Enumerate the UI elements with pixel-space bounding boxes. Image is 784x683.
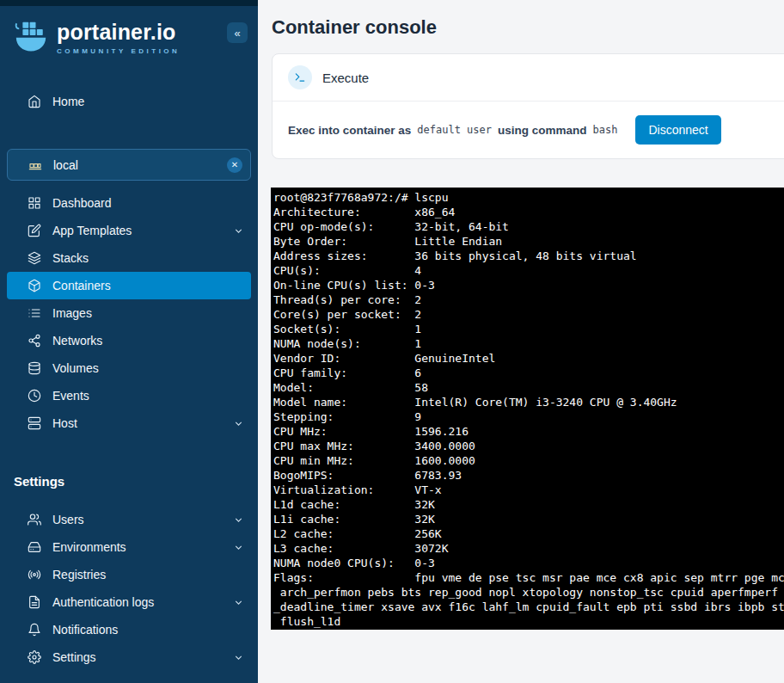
sidebar-item-home[interactable]: Home	[0, 88, 258, 115]
terminal-line: NUMA node(s): 1	[273, 336, 784, 351]
logo-name: portainer.io	[57, 20, 180, 45]
sidebar-item-label: Registries	[52, 568, 106, 581]
sidebar: portainer.io COMMUNITY EDITION « Home lo…	[0, 0, 258, 683]
execute-card-header: Execute	[273, 54, 784, 101]
sidebar-item-label: Dashboard	[52, 196, 112, 210]
settings-icon	[28, 650, 41, 664]
collapse-icon: «	[234, 27, 240, 40]
console-terminal[interactable]: root@823f7768a972:/# lscpu Architecture:…	[271, 188, 784, 630]
terminal-line: Virtualization: VT-x	[273, 483, 784, 497]
sidebar-item-dashboard[interactable]: Dashboard	[0, 189, 258, 217]
terminal-line: Flags: fpu vme de pse tsc msr pae mce cx…	[273, 570, 784, 585]
sidebar-item-containers[interactable]: Containers	[7, 272, 251, 299]
terminal-line: BogoMIPS: 6783.93	[273, 468, 784, 483]
terminal-line: Stepping: 9	[273, 409, 784, 424]
logo-text: portainer.io COMMUNITY EDITION	[57, 20, 180, 55]
sidebar-item-label: Environments	[52, 540, 126, 554]
sidebar-item-networks[interactable]: Networks	[0, 327, 258, 354]
dashboard-icon	[28, 196, 41, 210]
environment-icon	[28, 158, 42, 172]
users-icon	[28, 513, 41, 526]
terminal-line: Socket(s): 1	[273, 322, 784, 336]
sidebar-item-label: Stacks	[52, 251, 89, 265]
sidebar-item-host[interactable]: Host	[0, 409, 258, 437]
sidebar-top-strip	[0, 0, 258, 6]
sidebar-item-label: Events	[52, 389, 89, 403]
sidebar-item-label: Users	[52, 513, 84, 526]
sidebar-item-label: Images	[52, 306, 92, 320]
sidebar-item-authentication-logs[interactable]: Authentication logs	[0, 588, 258, 616]
events-icon	[28, 389, 41, 403]
page-title: Container console	[258, 0, 784, 39]
sidebar-item-settings[interactable]: Settings	[0, 643, 258, 671]
chevron-down-icon	[233, 542, 244, 553]
notifications-icon	[28, 623, 41, 637]
chevron-down-icon	[233, 597, 244, 608]
chevron-down-icon	[233, 418, 244, 429]
exec-user-value: default user	[411, 124, 498, 136]
terminal-line: L3 cache: 3072K	[273, 541, 784, 556]
stacks-icon	[28, 251, 41, 265]
sidebar-item-environments[interactable]: Environments	[0, 533, 258, 561]
terminal-icon	[294, 71, 306, 83]
terminal-line: _deadline_timer xsave avx f16c lahf_lm c…	[273, 600, 784, 614]
terminal-line: arch_perfmon pebs bts rep_good nopl xtop…	[273, 585, 784, 600]
networks-icon	[28, 334, 41, 348]
images-icon	[28, 306, 41, 320]
sidebar-item-volumes[interactable]: Volumes	[0, 354, 258, 382]
chevron-down-icon	[233, 225, 244, 237]
logo-row: portainer.io COMMUNITY EDITION «	[0, 6, 258, 57]
terminal-line: flush_l1d	[273, 614, 784, 629]
sidebar-item-images[interactable]: Images	[0, 299, 258, 327]
sidebar-item-users[interactable]: Users	[0, 506, 258, 533]
app-templates-icon	[28, 224, 41, 237]
terminal-line: Vendor ID: GenuineIntel	[273, 351, 784, 366]
terminal-line: CPU family: 6	[273, 366, 784, 380]
exec-text: using command	[498, 124, 587, 137]
terminal-line: CPU min MHz: 1600.0000	[273, 453, 784, 468]
sidebar-collapse-button[interactable]: «	[227, 22, 248, 43]
exec-text: Exec into container as	[288, 124, 411, 137]
environment-selector-local[interactable]: local ✕	[7, 149, 251, 181]
execute-card-body: Exec into container as default user usin…	[273, 102, 784, 158]
terminal-line: L2 cache: 256K	[273, 526, 784, 541]
sidebar-item-label: Networks	[52, 334, 102, 348]
terminal-line: Thread(s) per core: 2	[273, 292, 784, 307]
environment-close-button[interactable]: ✕	[227, 157, 242, 173]
chevron-down-icon	[233, 514, 244, 526]
sidebar-item-stacks[interactable]: Stacks	[0, 244, 258, 272]
terminal-line: Byte Order: Little Endian	[273, 234, 784, 249]
terminal-line: Architecture: x86_64	[273, 205, 784, 219]
close-icon: ✕	[231, 160, 238, 169]
sidebar-item-app-templates[interactable]: App Templates	[0, 217, 258, 244]
sidebar-item-notifications[interactable]: Notifications	[0, 616, 258, 643]
exec-command-value: bash	[587, 124, 624, 136]
logo-edition: COMMUNITY EDITION	[57, 47, 180, 55]
execute-card-title: Execute	[322, 71, 369, 85]
home-icon	[28, 95, 41, 108]
terminal-line: Address sizes: 36 bits physical, 48 bits…	[273, 249, 784, 263]
terminal-line: Model: 58	[273, 380, 784, 395]
terminal-line: NUMA node0 CPU(s): 0-3	[273, 556, 784, 570]
terminal-line: CPU op-mode(s): 32-bit, 64-bit	[273, 219, 784, 234]
terminal-icon-badge	[288, 65, 312, 89]
sidebar-item-registries[interactable]: Registries	[0, 561, 258, 588]
host-icon	[28, 416, 41, 430]
terminal-line: CPU max MHz: 3400.0000	[273, 439, 784, 453]
terminal-line: Model name: Intel(R) Core(TM) i3-3240 CP…	[273, 395, 784, 409]
terminal-line: L1d cache: 32K	[273, 497, 784, 512]
sidebar-item-events[interactable]: Events	[0, 382, 258, 409]
disconnect-button[interactable]: Disconnect	[635, 115, 720, 145]
sidebar-item-label: App Templates	[52, 224, 132, 237]
terminal-line: root@823f7768a972:/# lscpu	[273, 190, 784, 205]
containers-icon	[28, 279, 41, 292]
execute-card: Execute Exec into container as default u…	[272, 53, 784, 159]
portainer-logo-icon	[12, 17, 50, 57]
terminal-line: CPU(s): 4	[273, 263, 784, 278]
sidebar-item-label: Containers	[52, 279, 111, 292]
sidebar-item-label: Volumes	[52, 361, 99, 375]
sidebar-item-label: Notifications	[52, 623, 118, 637]
terminal-line: On-line CPU(s) list: 0-3	[273, 278, 784, 292]
sidebar-item-label: Host	[52, 416, 77, 430]
terminal-line: L1i cache: 32K	[273, 512, 784, 526]
